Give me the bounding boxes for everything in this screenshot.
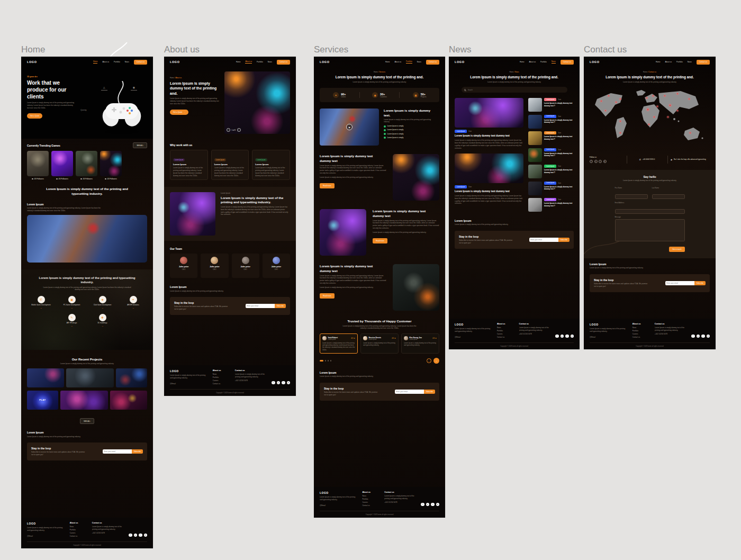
footer-email[interactable]: @Email [27,535,65,538]
contact-cta-button[interactable]: Contact us [134,60,147,65]
nav-news[interactable]: News [417,61,421,63]
artboard-label-about[interactable]: About us [164,44,200,55]
twitter-icon[interactable]: t [565,335,569,338]
why-card[interactable]: Lorem IpsumLorem IpsumLorem Ipsum is sim… [252,150,290,180]
read-more-button[interactable]: Read more [320,293,335,299]
team-member-card[interactable]: John peterCEO [232,254,259,278]
team-member-card[interactable]: John peterCEO [201,254,228,278]
subscribe-button[interactable]: Subscribe [694,281,706,285]
footer-link-careers[interactable]: Careers [497,333,514,335]
nav-about[interactable]: About us [665,61,672,63]
project-image[interactable] [116,368,147,387]
nav-news[interactable]: News [552,60,556,64]
nav-home[interactable]: Home [385,61,390,63]
footer-link-portfolio[interactable]: Portfolio [362,498,379,500]
artboard-label-home[interactable]: Home [21,44,45,55]
arrow-right-icon[interactable]: → [91,307,114,309]
footer-link-news[interactable]: News [70,526,87,528]
artboard-label-services[interactable]: Services [314,44,348,55]
footer-link-portfolio[interactable]: Portfolio [70,529,87,531]
search-input[interactable] [468,89,565,91]
footer-link-portfolio[interactable]: Portfolio [632,330,650,332]
footer-email[interactable]: @Email [455,336,492,339]
twitter-icon[interactable]: t [701,335,705,338]
news-list-item[interactable]: Lorem IpsumDateLorem Ipsum is simply dum… [528,182,574,195]
footer-email[interactable]: @Email [590,336,628,339]
facebook-icon[interactable]: f [272,381,275,385]
arrow-right-icon[interactable]: → [60,307,84,309]
instagram-icon[interactable]: ⊙ [594,160,598,163]
carousel-prev-button[interactable]: ‹ [227,128,230,132]
game-card[interactable]: 4G Followers [51,151,73,180]
subscribe-button[interactable]: Subscribe [558,238,570,242]
service-item[interactable]: ◈Club Game Development→ [91,296,114,309]
featured-article[interactable]: Lorem IpsumDate Lorem Ipsum is simply du… [455,153,523,205]
linkedin-icon[interactable]: in [571,335,574,338]
nav-portfolio[interactable]: Portfolio [676,61,683,63]
linkedin-icon[interactable]: in [707,335,710,338]
testimonial-card[interactable]: Kim Soong JooLorem ipsum4.5 ★ Lorem Ipsu… [401,333,439,354]
project-image[interactable] [60,391,108,410]
game-card[interactable]: 4G Followers [27,151,49,180]
read-more-button[interactable]: Read more [373,238,387,243]
footer-link-careers[interactable]: Careers [362,501,379,503]
logo[interactable]: LOGO [170,60,180,64]
nav-home[interactable]: Home [520,61,525,63]
see-all-button[interactable]: SEE ALL [133,142,147,148]
footer-link-careers[interactable]: Careers [632,333,650,335]
news-list-item[interactable]: Lorem IpsumDateLorem Ipsum is simply dum… [528,165,574,178]
instagram-icon[interactable]: ⊙ [277,381,281,385]
nav-news[interactable]: News [125,61,129,63]
artboard-label-contact[interactable]: Contact us [584,44,627,55]
category-badge[interactable]: Lorem Ipsum [455,185,467,188]
instagram-icon[interactable]: ⊙ [697,335,700,338]
message-textarea[interactable] [615,219,685,241]
team-member-card[interactable]: John peterCEO [263,254,290,278]
twitter-icon[interactable]: t [431,503,435,507]
contact-cta-button[interactable]: Contact us [426,60,439,65]
linkedin-icon[interactable]: in [287,381,291,385]
arrow-right-icon[interactable]: → [91,325,114,327]
contact-cta-button[interactable]: Contact us [561,60,574,65]
project-image[interactable] [27,368,64,387]
phone-number[interactable]: +44 4444 5555 0 [643,158,655,161]
service-item[interactable]: ✎AR/ VR design→ [60,314,84,327]
footer-link-news[interactable]: News [362,495,379,497]
carousel-dots[interactable] [320,360,331,362]
why-card[interactable]: Lorem IpsumLorem IpsumLorem Ipsum is sim… [211,150,249,180]
linkedin-icon[interactable]: in [144,534,148,537]
footer-phone[interactable]: +002 01234 5678 [384,501,416,504]
footer-link-contact[interactable]: Contact us [497,336,514,338]
subscribe-button[interactable]: Subscribe [132,449,143,454]
logo[interactable]: LOGO [590,60,600,64]
facebook-icon[interactable]: f [421,503,424,507]
nav-portfolio[interactable]: Portfolio [540,61,547,63]
facebook-icon[interactable]: f [555,335,559,338]
logo[interactable]: LOGO [320,60,330,64]
footer-link-contact[interactable]: Contact us [632,336,650,338]
nav-about[interactable]: About us [394,61,401,63]
get-quote-button[interactable]: Get a Quote→ [170,110,188,115]
twitter-icon[interactable]: t [139,534,142,537]
newsletter-email-input[interactable] [529,238,558,242]
newsletter-email-input[interactable] [665,281,694,285]
linkedin-icon[interactable]: in [436,503,440,507]
footer-link-contact[interactable]: Contact us [213,383,230,385]
logo[interactable]: LOGO [455,60,465,64]
carousel-next-button[interactable]: › [237,128,241,132]
news-list-item[interactable]: Lorem IpsumDateLorem Ipsum is simply dum… [528,115,574,129]
nav-news[interactable]: News [688,61,692,63]
nav-portfolio[interactable]: Portfolio [406,60,412,64]
read-more-button[interactable]: Read more [320,183,335,188]
footer-phone[interactable]: +002 01234 5678 [235,380,267,382]
arrow-right-icon[interactable]: → [30,307,53,309]
footer-link-contact[interactable]: Contact us [70,535,87,537]
last-name-input[interactable] [652,194,685,199]
featured-article[interactable]: Lorem IpsumDate Lorem Ipsum is simply du… [455,98,523,149]
first-name-input[interactable] [615,194,648,199]
carousel-prev-button[interactable]: ← [427,358,431,363]
nav-home[interactable]: Home [656,61,661,63]
carousel-next-button[interactable]: → [433,358,439,364]
testimonial-card[interactable]: Vash RobertLorem ipsum4.5 ★ Lorem Ipsum … [320,333,358,354]
service-item[interactable]: ▣PC Game Development→ [60,296,84,309]
